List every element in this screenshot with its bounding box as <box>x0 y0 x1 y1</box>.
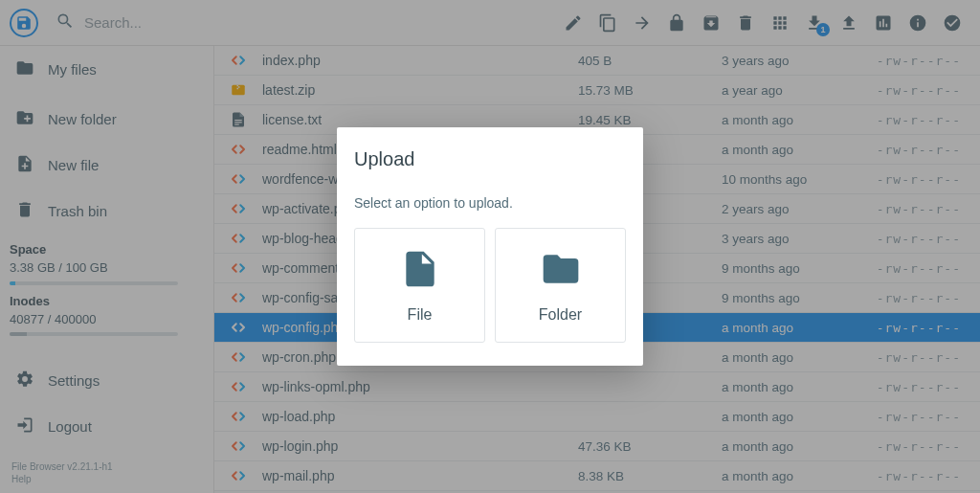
upload-file-card[interactable]: File <box>354 228 485 343</box>
modal-overlay[interactable]: Upload Select an option to upload. File … <box>0 0 980 493</box>
modal-title: Upload <box>354 148 626 170</box>
upload-folder-card[interactable]: Folder <box>495 228 626 343</box>
upload-folder-label: Folder <box>539 306 582 324</box>
file-icon <box>399 248 441 293</box>
folder-icon <box>540 248 582 293</box>
modal-subtitle: Select an option to upload. <box>354 195 626 211</box>
upload-file-label: File <box>408 306 433 324</box>
upload-modal: Upload Select an option to upload. File … <box>337 127 643 366</box>
